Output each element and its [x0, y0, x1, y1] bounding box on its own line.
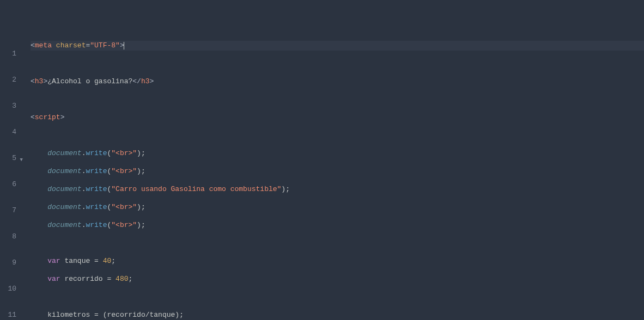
code-line[interactable]: var tanque = 40; — [31, 256, 644, 266]
line-number-gutter[interactable]: 1 2 3 4 5 6 7 8 9 10 11 12 13 14 15 16 1… — [0, 33, 21, 320]
code-editor[interactable]: 1 2 3 4 5 6 7 8 9 10 11 12 13 14 15 16 1… — [0, 33, 644, 320]
text-cursor — [124, 42, 124, 50]
line-number[interactable]: 9 — [0, 258, 16, 268]
code-line[interactable]: var recorrido = 480; — [31, 274, 644, 284]
line-number[interactable]: 7 — [0, 206, 16, 216]
code-line[interactable] — [31, 95, 644, 104]
code-line[interactable]: <meta charset="UTF-8"> — [31, 41, 644, 51]
line-number[interactable]: 1 — [0, 49, 16, 59]
line-number[interactable]: 8 — [0, 232, 16, 242]
code-line[interactable]: document.write("<br>"); — [31, 167, 644, 176]
code-line[interactable]: document.write("<br>"); — [31, 202, 644, 212]
line-number[interactable]: 6 — [0, 180, 16, 189]
code-line[interactable] — [31, 292, 644, 302]
code-line[interactable] — [31, 59, 644, 69]
code-line[interactable]: kilometros = (recorrido/tanque); — [31, 310, 644, 320]
line-number[interactable]: 2 — [0, 75, 16, 85]
code-line[interactable] — [31, 238, 644, 248]
code-line[interactable]: document.write("Carro usando Gasolina co… — [31, 184, 644, 194]
line-number[interactable]: 3 — [0, 101, 16, 111]
line-number[interactable]: 5 — [0, 153, 16, 163]
line-number[interactable]: 4 — [0, 127, 16, 137]
code-line[interactable] — [31, 131, 644, 140]
code-line[interactable]: <script> — [31, 113, 644, 122]
code-area[interactable]: <meta charset="UTF-8"> <h3>¿Alcohol o ga… — [21, 33, 644, 320]
code-line[interactable]: document.write("<br>"); — [31, 149, 644, 158]
code-line[interactable]: document.write("<br>"); — [31, 220, 644, 230]
line-number[interactable]: 10 — [0, 284, 16, 294]
code-line[interactable]: <h3>¿Alcohol o gasolina?</h3> — [31, 77, 644, 87]
line-number[interactable]: 11 — [0, 310, 16, 320]
